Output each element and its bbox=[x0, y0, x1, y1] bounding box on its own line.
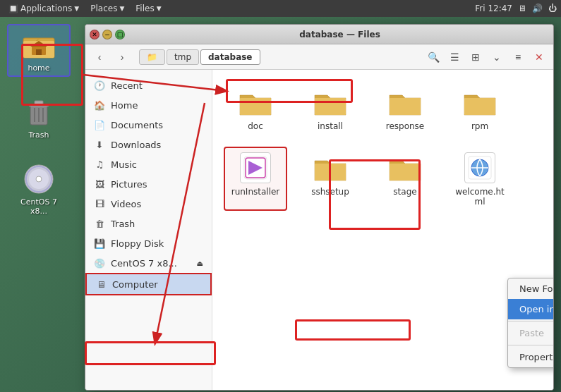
doc-label: doc bbox=[248, 121, 263, 131]
sidebar-label-music: Music bbox=[111, 159, 137, 170]
file-item-stage[interactable]: stage bbox=[373, 147, 437, 211]
search-button[interactable]: 🔍 bbox=[423, 47, 443, 67]
music-icon: ♫ bbox=[94, 159, 105, 170]
file-item-sshsetup[interactable]: sshsetup bbox=[298, 147, 362, 211]
home-icon: 🏠 bbox=[94, 99, 105, 111]
sidebar-label-home: Home bbox=[111, 100, 138, 111]
videos-icon: 🎞 bbox=[94, 198, 105, 209]
sidebar-item-videos[interactable]: 🎞 Videos bbox=[85, 194, 212, 214]
rpm-label: rpm bbox=[471, 121, 488, 131]
top-panel-left: 🔲 Applications ▼ Places ▼ Files ▼ bbox=[4, 2, 166, 15]
computer-sidebar-icon: 🖥 bbox=[95, 278, 107, 290]
install-folder-icon bbox=[313, 85, 347, 119]
desktop-icon-trash[interactable]: Trash bbox=[7, 91, 71, 144]
ctx-properties[interactable]: Properties bbox=[508, 347, 553, 367]
desktop-icon-home[interactable]: home bbox=[7, 24, 71, 77]
sidebar-label-trash: Trash bbox=[111, 219, 135, 229]
sidebar: 🕐 Recent 🏠 Home 📄 Documents ⬇ Downloads … bbox=[85, 70, 212, 390]
places-arrow: ▼ bbox=[119, 5, 124, 12]
svg-rect-17 bbox=[390, 98, 421, 115]
screen-icon: 🖥 bbox=[518, 4, 526, 13]
trash-sidebar-icon: 🗑 bbox=[94, 218, 105, 229]
runinstaller-icon bbox=[239, 151, 272, 185]
sidebar-label-computer: Computer bbox=[112, 279, 158, 290]
minimize-button[interactable]: − bbox=[102, 30, 112, 39]
sidebar-item-home[interactable]: 🏠 Home bbox=[85, 95, 212, 115]
sshsetup-folder-icon bbox=[313, 151, 347, 185]
top-panel-right: Fri 12:47 🖥 🔊 ⏻ bbox=[475, 4, 557, 13]
stage-folder-icon bbox=[388, 151, 422, 185]
volume-icon: 🔊 bbox=[532, 4, 543, 13]
svg-rect-4 bbox=[36, 49, 42, 55]
file-item-runinstaller[interactable]: runInstaller bbox=[224, 147, 287, 211]
sort-button[interactable]: ⌄ bbox=[487, 47, 507, 67]
welcome-label: welcome.html bbox=[452, 187, 507, 207]
sshsetup-label: sshsetup bbox=[311, 187, 349, 197]
sidebar-item-trash[interactable]: 🗑 Trash bbox=[85, 214, 212, 233]
trash-icon bbox=[22, 95, 56, 129]
back-button[interactable]: ‹ bbox=[90, 47, 109, 67]
toolbar-right: 🔍 ☰ ⊞ ⌄ ≡ ✕ bbox=[423, 47, 549, 67]
places-menu[interactable]: Places ▼ bbox=[86, 2, 128, 15]
applications-menu[interactable]: 🔲 Applications ▼ bbox=[4, 2, 83, 15]
file-item-rpm[interactable]: rpm bbox=[448, 81, 512, 135]
centos-sidebar-icon: 💿 bbox=[94, 257, 105, 269]
ctx-paste[interactable]: Paste bbox=[508, 323, 553, 343]
file-grid[interactable]: doc install bbox=[212, 70, 553, 390]
response-label: response bbox=[386, 121, 425, 131]
sidebar-item-centos[interactable]: 💿 CentOS 7 x8... ⏏ bbox=[85, 253, 212, 273]
breadcrumb-location-icon[interactable]: 📁 bbox=[139, 49, 165, 65]
applications-label: Applications bbox=[20, 4, 72, 13]
response-folder-icon bbox=[388, 85, 422, 119]
files-arrow: ▼ bbox=[157, 5, 162, 12]
file-item-welcome[interactable]: welcome.html bbox=[448, 147, 512, 211]
rpm-folder-icon bbox=[463, 85, 497, 119]
file-item-install[interactable]: install bbox=[298, 81, 362, 135]
ctx-new-folder[interactable]: New Folder bbox=[508, 278, 553, 299]
sidebar-item-music[interactable]: ♫ Music bbox=[85, 154, 212, 174]
sidebar-item-floppy[interactable]: 💾 Floppy Disk bbox=[85, 233, 212, 253]
sidebar-item-recent[interactable]: 🕐 Recent bbox=[85, 75, 212, 95]
pictures-icon: 🖼 bbox=[94, 178, 105, 190]
list-view-button[interactable]: ☰ bbox=[445, 47, 464, 67]
context-menu: New Folder Open in Terminal Paste Proper… bbox=[507, 278, 553, 368]
clock: Fri 12:47 bbox=[475, 4, 512, 13]
toolbar: ‹ › 📁 tmp database 🔍 ☰ ⊞ ⌄ ≡ ✕ bbox=[85, 44, 553, 70]
file-item-doc[interactable]: doc bbox=[224, 81, 287, 135]
sidebar-label-downloads: Downloads bbox=[111, 140, 161, 150]
centos-cd-icon bbox=[22, 162, 56, 196]
files-menu[interactable]: Files ▼ bbox=[131, 2, 165, 15]
sidebar-label-videos: Videos bbox=[111, 199, 141, 209]
breadcrumb-database[interactable]: database bbox=[200, 49, 260, 65]
sidebar-item-downloads[interactable]: ⬇ Downloads bbox=[85, 135, 212, 154]
forward-button[interactable]: › bbox=[112, 47, 132, 67]
desktop-icons: home Trash bbox=[0, 17, 78, 392]
clock-icon: 🕐 bbox=[94, 80, 105, 91]
floppy-icon: 💾 bbox=[94, 238, 105, 249]
documents-icon: 📄 bbox=[94, 119, 105, 130]
maximize-button[interactable]: □ bbox=[115, 30, 125, 39]
sidebar-label-floppy: Floppy Disk bbox=[111, 238, 164, 249]
svg-rect-15 bbox=[240, 98, 271, 115]
desktop-icon-centos[interactable]: CentOS 7 x8... bbox=[7, 158, 71, 220]
sidebar-item-pictures[interactable]: 🖼 Pictures bbox=[85, 174, 212, 194]
sidebar-label-pictures: Pictures bbox=[111, 179, 147, 190]
sidebar-item-documents[interactable]: 📄 Documents bbox=[85, 115, 212, 135]
window-close-button[interactable]: ✕ bbox=[529, 47, 549, 67]
places-label: Places bbox=[90, 4, 117, 13]
svg-rect-22 bbox=[315, 164, 346, 180]
close-button[interactable]: ✕ bbox=[90, 30, 99, 39]
centos-icon-label: CentOS 7 x8... bbox=[11, 197, 66, 216]
title-bar: ✕ − □ database — Files bbox=[85, 25, 553, 44]
svg-rect-18 bbox=[464, 98, 495, 115]
ctx-open-terminal[interactable]: Open in Terminal bbox=[508, 299, 553, 319]
file-manager-window: ✕ − □ database — Files ‹ › 📁 tmp databas… bbox=[85, 24, 554, 391]
file-item-response[interactable]: response bbox=[373, 81, 437, 135]
grid-view-button[interactable]: ⊞ bbox=[466, 47, 485, 67]
breadcrumb-tmp[interactable]: tmp bbox=[167, 49, 199, 65]
sidebar-label-centos: CentOS 7 x8... bbox=[111, 258, 177, 269]
svg-rect-23 bbox=[390, 164, 421, 180]
files-label: Files bbox=[135, 4, 154, 13]
sidebar-item-computer[interactable]: 🖥 Computer bbox=[85, 273, 212, 295]
menu-button[interactable]: ≡ bbox=[508, 47, 528, 67]
